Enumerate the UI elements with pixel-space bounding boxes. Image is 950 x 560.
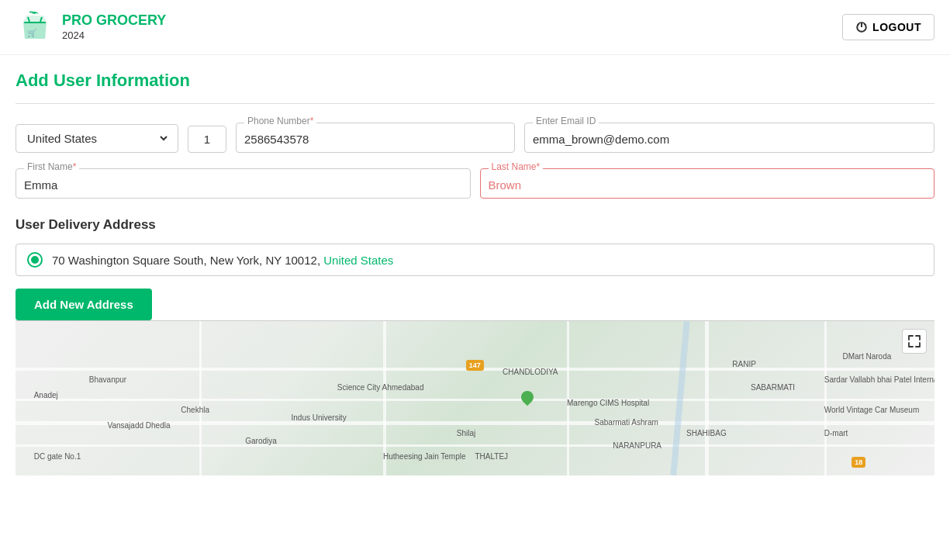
- phone-input[interactable]: [244, 126, 506, 147]
- power-icon: [855, 21, 868, 33]
- phone-code: 1: [204, 133, 210, 146]
- phone-code-box: 1: [188, 126, 226, 153]
- logo-year: 2024: [62, 29, 166, 42]
- logo-text: PRO GROCERY 2024: [62, 12, 166, 41]
- first-name-input[interactable]: [24, 172, 462, 193]
- radio-dot-inner: [31, 256, 39, 264]
- address-row[interactable]: 70 Washington Square South, New York, NY…: [16, 244, 934, 276]
- logo-icon: 🛒: [16, 8, 54, 47]
- country-select-wrapper[interactable]: United States Canada United Kingdom Aust…: [16, 124, 178, 153]
- form-row-2: First Name* Last Name*: [16, 168, 934, 199]
- logo-area: 🛒 PRO GROCERY 2024: [16, 8, 166, 47]
- logo-pro: PRO GROCERY: [62, 12, 166, 29]
- logout-label: LOGOUT: [872, 21, 921, 33]
- map-expand-button[interactable]: [902, 329, 927, 354]
- address-radio[interactable]: [27, 252, 43, 268]
- last-name-field[interactable]: Last Name*: [480, 168, 935, 199]
- page-title: Add User Information: [16, 71, 934, 91]
- logout-button[interactable]: LOGOUT: [842, 14, 934, 40]
- map-pin: [518, 388, 536, 406]
- header: 🛒 PRO GROCERY 2024 LOGOUT: [0, 0, 950, 55]
- form-row-1: United States Canada United Kingdom Aust…: [16, 123, 934, 153]
- svg-rect-1: [24, 22, 46, 23]
- email-label: Enter Email ID: [533, 116, 599, 126]
- main-content: Add User Information United States Canad…: [0, 55, 950, 491]
- last-name-input[interactable]: [489, 172, 927, 193]
- phone-field-group[interactable]: Phone Number*: [236, 123, 515, 153]
- svg-text:🛒: 🛒: [27, 28, 37, 38]
- divider: [16, 103, 934, 104]
- address-text: 70 Washington Square South, New York, NY…: [52, 254, 393, 267]
- map-container: Anadej Bhavanpur Chekhla Vansajadd Dhedl…: [16, 320, 934, 475]
- phone-label: Phone Number*: [244, 116, 316, 126]
- email-field-group[interactable]: Enter Email ID: [524, 123, 934, 153]
- first-name-label: First Name*: [24, 161, 79, 172]
- delivery-section-title: User Delivery Address: [16, 217, 934, 233]
- last-name-label: Last Name*: [489, 161, 544, 172]
- expand-icon: [908, 335, 921, 347]
- email-input[interactable]: [533, 126, 926, 147]
- first-name-field[interactable]: First Name*: [16, 168, 471, 199]
- add-address-button[interactable]: Add New Address: [16, 289, 152, 320]
- country-select[interactable]: United States Canada United Kingdom Aust…: [24, 131, 170, 146]
- map-background: Anadej Bhavanpur Chekhla Vansajadd Dhedl…: [16, 321, 934, 475]
